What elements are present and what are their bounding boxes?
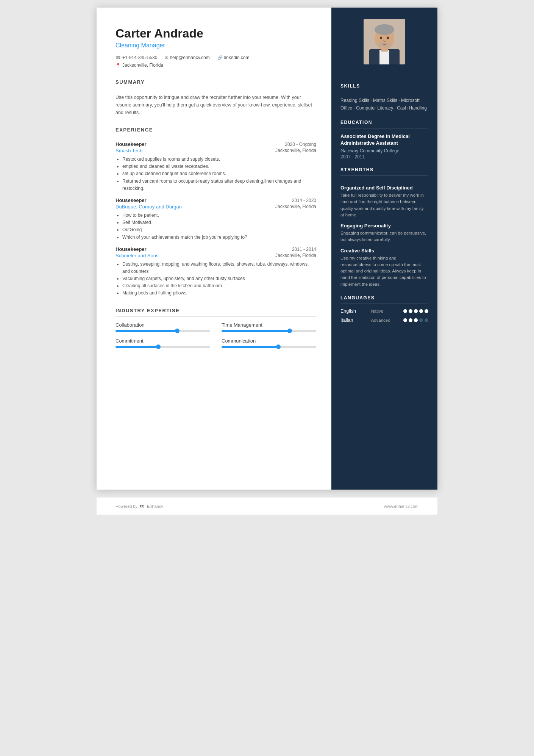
expertise-time: Time Management (222, 322, 316, 332)
italian-dots (403, 318, 428, 322)
job3-bullet1: Dusting, sweeping, mopping, and washing … (122, 261, 316, 275)
left-column: Carter Andrade Cleaning Manager ☎ +1-914… (97, 8, 331, 490)
job3-location: Jacksonville, Florida (275, 253, 316, 258)
strengths-divider (340, 175, 428, 176)
italian-name: Italian (340, 318, 363, 323)
avatar-image (364, 19, 405, 64)
summary-text: Use this opportunity to intrigue and dra… (116, 94, 316, 116)
expertise-divider (116, 316, 316, 317)
experience-divider (116, 136, 316, 136)
job3-bullets: Dusting, sweeping, mopping, and washing … (116, 261, 316, 297)
strength2-desc: Engaging communicator, can be persuasive… (340, 230, 428, 243)
expertise-collaboration: Collaboration (116, 322, 210, 332)
strength1-name: Organized and Self Disciplined (340, 185, 428, 191)
job3-bullet3: Cleaning all surfaces in the kitchen and… (122, 282, 316, 290)
phone-number: +1-914-345-5530 (122, 55, 157, 60)
english-dot5 (425, 309, 428, 313)
italian-dot5 (425, 318, 428, 322)
candidate-name: Carter Andrade (116, 27, 316, 41)
footer-brand-name: Enhancv (147, 504, 163, 509)
expertise-communication-label: Communication (222, 338, 316, 344)
strengths-title: STRENGTHS (340, 167, 428, 172)
email-item: ✉ help@enhancv.com (165, 55, 209, 60)
right-column: SKILLS Reading Skills · Maths Skills · M… (331, 8, 437, 490)
experience-title: EXPERIENCE (116, 127, 316, 133)
english-dot3 (414, 309, 418, 313)
job2-header: Housekeeper 2014 - 2020 (116, 197, 316, 203)
expertise-collaboration-label: Collaboration (116, 322, 210, 328)
strength1-desc: Take full responsibility to deliver my w… (340, 192, 428, 218)
education-title: EDUCATION (340, 120, 428, 125)
linkedin-url: linkedin.com (224, 55, 250, 60)
job2-bullet1: How to be patient, (122, 212, 316, 219)
italian-level: Advanced (371, 318, 396, 322)
expertise-collaboration-bar-bg (116, 330, 210, 332)
english-name: English (340, 308, 363, 314)
location-text: Jacksonville, Florida (122, 63, 163, 68)
email-address: help@enhancv.com (170, 55, 209, 60)
expertise-time-bar-fill (222, 330, 290, 332)
languages-title: LANGUAGES (340, 295, 428, 301)
job3-header: Housekeeper 2011 - 2014 (116, 246, 316, 252)
expertise-time-label: Time Management (222, 322, 316, 328)
summary-title: SUMMARY (116, 79, 316, 85)
footer-powered-by: Powered by (116, 504, 137, 509)
expertise-communication: Communication (222, 338, 316, 348)
contact-row: ☎ +1-914-345-5530 ✉ help@enhancv.com 🔗 l… (116, 55, 316, 60)
job3-company: Schmeler and Sons (116, 253, 158, 258)
job1-location: Jacksonville, Florida (275, 148, 316, 153)
resume-container: Carter Andrade Cleaning Manager ☎ +1-914… (97, 8, 437, 490)
expertise-commitment-bar-fill (116, 346, 158, 348)
job3-role: Housekeeper (116, 246, 147, 252)
expertise-title: INDUSTRY EXPERTISE (116, 308, 316, 313)
edu-years: 2007 - 2011 (340, 154, 428, 160)
job1-company-row: Smash Tech Jacksonville, Florida (116, 148, 316, 153)
expertise-commitment-label: Commitment (116, 338, 210, 344)
expertise-collaboration-bar-fill (116, 330, 177, 332)
italian-dot4 (419, 318, 423, 322)
svg-point-5 (375, 24, 394, 35)
job-title: Cleaning Manager (116, 42, 316, 49)
skills-title: SKILLS (340, 83, 428, 89)
location-row: 📍 Jacksonville, Florida (116, 63, 316, 68)
italian-dot1 (403, 318, 407, 322)
job1-header: Housekeeper 2020 - Ongoing (116, 141, 316, 147)
summary-divider (116, 88, 316, 88)
expertise-communication-dot (276, 344, 281, 349)
job2-bullets: How to be patient, Self Motivated OutGoi… (116, 212, 316, 241)
svg-point-6 (380, 37, 382, 39)
italian-dot2 (409, 318, 412, 322)
job3-company-row: Schmeler and Sons Jacksonville, Florida (116, 253, 316, 258)
job3-bullet4: Making beds and fluffing pillows (122, 290, 316, 297)
job1-bullet1: Restocked supplies is rooms and supply c… (122, 156, 316, 163)
footer-logo-icon: ∞ (140, 502, 145, 510)
svg-point-7 (387, 37, 389, 39)
job2-bullet2: Self Motivated (122, 219, 316, 226)
expertise-commitment: Commitment (116, 338, 210, 348)
education-divider (340, 128, 428, 128)
strength2-name: Engaging Personality (340, 223, 428, 229)
svg-rect-2 (379, 50, 389, 64)
expertise-commitment-bar-bg (116, 346, 210, 348)
italian-dot3 (414, 318, 418, 322)
job2-date: 2014 - 2020 (292, 198, 316, 203)
job1-bullet4: Returned vancant rooms to occupant-ready… (122, 178, 316, 192)
linkedin-item: 🔗 linkedin.com (217, 55, 250, 60)
job2-company: DuBuque, Conroy and Durgan (116, 204, 182, 210)
email-icon: ✉ (165, 55, 168, 60)
languages-divider (340, 304, 428, 304)
expertise-communication-bar-fill (222, 346, 278, 348)
job1-role: Housekeeper (116, 141, 147, 147)
footer-brand: Powered by ∞ Enhancv (116, 502, 163, 510)
edu-degree: Associates Degree in Medical Administrat… (340, 133, 428, 147)
english-dot4 (419, 309, 423, 313)
edu-school: Gateway Community College (340, 148, 428, 153)
job1-date: 2020 - Ongoing (285, 142, 316, 147)
job2-location: Jacksonville, Florida (275, 204, 316, 210)
footer: Powered by ∞ Enhancv www.enhancv.com (97, 497, 437, 515)
english-level: Native (371, 309, 396, 313)
expertise-collaboration-dot (175, 329, 180, 333)
job3-date: 2011 - 2014 (292, 247, 316, 252)
location-icon: 📍 (116, 63, 121, 68)
link-icon: 🔗 (217, 55, 223, 60)
